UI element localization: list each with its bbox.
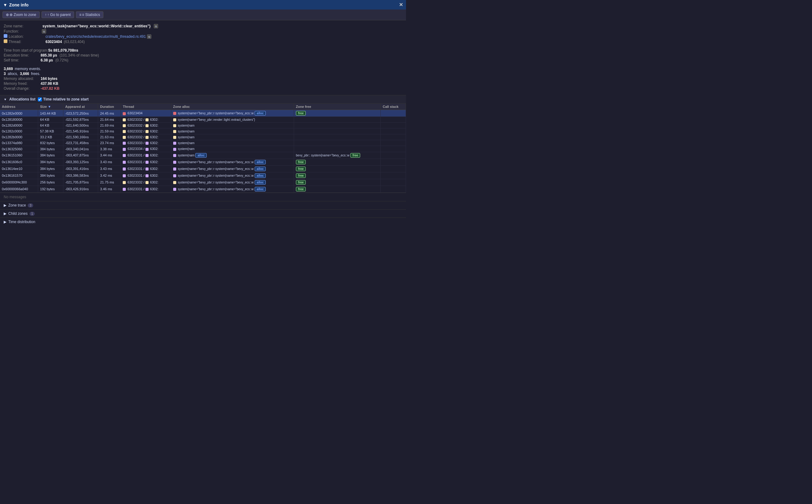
mem-alloc-value: 164 bytes: [41, 77, 57, 81]
cell-zone-alloc: system{nam: [171, 128, 294, 134]
col-zone-alloc[interactable]: Zone alloc: [171, 104, 294, 110]
thread-swatch: [123, 181, 126, 184]
cell-zone-free: free: [294, 179, 381, 186]
mem-freed-label: Memory freed:: [4, 81, 41, 86]
zone-alloc-swatch: [173, 142, 176, 145]
table-row[interactable]: 0x136325060 384 bytes -003,340,041ns 3.3…: [0, 146, 406, 152]
collapse-icon[interactable]: ▼: [4, 98, 7, 101]
table-row[interactable]: 0x60000066a280 192 bytes -003,416,583ns …: [0, 192, 406, 193]
col-address[interactable]: Address: [0, 104, 38, 110]
collapsible-section: ▶ Zone trace 3: [0, 201, 406, 209]
alloc-badge[interactable]: alloc: [255, 173, 266, 178]
table-row[interactable]: 0x128180000 64 KB -021,592,875ns 21.64 m…: [0, 117, 406, 123]
table-row[interactable]: 0x1282e0000 143.44 KB -023,572,250ns 24.…: [0, 110, 406, 117]
zone-alloc-swatch: [173, 118, 176, 121]
location-path[interactable]: crates/bevy_ecs/src/schedule/executor/mu…: [45, 34, 146, 39]
cell-appeared-at: -003,393,125ns: [63, 159, 98, 165]
title-bar-arrow: ▼: [3, 2, 7, 7]
cell-zone-alloc: system{name="bevy_pbr::r system{name="be…: [171, 186, 294, 192]
copy-location-button[interactable]: ⧉: [147, 34, 151, 39]
free-badge[interactable]: free: [296, 160, 306, 164]
col-duration[interactable]: Duration: [98, 104, 121, 110]
alloc-badge[interactable]: alloc: [255, 180, 266, 185]
table-row[interactable]: 0x1282c0000 57.38 KB -021,545,916ns 21.5…: [0, 128, 406, 134]
copy-function-button[interactable]: ⧉: [42, 29, 46, 33]
location-row: Location: crates/bevy_ecs/src/schedule/e…: [4, 34, 402, 39]
zone-alloc-swatch: [173, 154, 176, 157]
free-badge[interactable]: free: [350, 153, 360, 158]
cell-call-stack: [381, 159, 406, 165]
thread-swatch: [123, 136, 126, 139]
cell-address: 0x13374a980: [0, 140, 38, 146]
col-thread[interactable]: Thread: [121, 104, 171, 110]
table-row[interactable]: 0x13614ee10 384 bytes -003,391,416ns 3.4…: [0, 165, 406, 172]
statistics-button[interactable]: ≡ ≡ Statistics: [76, 11, 103, 18]
cell-zone-alloc: system{name="bevy_pbr::r system{name="be…: [171, 172, 294, 179]
table-row[interactable]: 0x600000f4c300 256 bytes -021,705,875ns …: [0, 179, 406, 186]
mem-alloc-label: Memory allocated:: [4, 77, 41, 81]
alloc-badge[interactable]: alloc: [255, 111, 266, 116]
table-row[interactable]: 0x136161570 384 bytes -003,386,583ns 3.4…: [0, 172, 406, 179]
cell-duration: 3.45 ms: [98, 192, 121, 193]
thread-swatch2: [145, 124, 148, 127]
collapsible-header[interactable]: ▶ Zone trace 3: [0, 201, 406, 209]
cell-zone-free: free: [294, 186, 381, 192]
zone-alloc-swatch: [173, 181, 176, 184]
cell-thread: 63023404: [121, 110, 171, 117]
time-start-row: Time from start of program: 5s 881,079,7…: [4, 48, 402, 53]
cell-thread: 63023331 / 6302:: [121, 152, 171, 159]
table-row[interactable]: 0x60000066a040 192 bytes -003,426,916ns …: [0, 186, 406, 192]
zone-alloc-swatch: [173, 124, 176, 127]
collapsible-header[interactable]: ▶ Time distribution: [0, 218, 406, 226]
cell-address: 0x1282d0000: [0, 123, 38, 128]
cell-size: 64 KB: [38, 123, 63, 128]
self-time-label: Self time:: [4, 58, 41, 62]
mem-freed-row: Memory freed: 437.98 KB: [4, 81, 402, 86]
free-badge[interactable]: free: [296, 173, 306, 178]
cell-address: 0x136161570: [0, 172, 38, 179]
copy-zone-name-button[interactable]: ⧉: [154, 24, 158, 28]
stats-icon: ≡: [79, 13, 81, 17]
alloc-badge[interactable]: alloc: [195, 153, 207, 158]
table-row[interactable]: 0x13374a980 832 bytes -023,731,458ns 23.…: [0, 140, 406, 146]
col-zone-free[interactable]: Zone free: [294, 104, 381, 110]
alloc-badge[interactable]: alloc: [255, 167, 266, 171]
cell-zone-free: [294, 117, 381, 123]
relative-time-checkbox[interactable]: [38, 97, 42, 101]
relative-time-checkbox-label[interactable]: Time relative to zone start: [38, 97, 89, 101]
free-badge[interactable]: free: [296, 187, 306, 191]
allocations-table-container[interactable]: Address Size ▼ Appeared at Duration Thre…: [0, 104, 406, 193]
free-badge[interactable]: free: [296, 111, 306, 116]
cell-address: 0x136151060: [0, 152, 38, 159]
thread-swatch2: [145, 188, 148, 191]
cell-address: 0x1361606c0: [0, 159, 38, 165]
free-badge[interactable]: free: [296, 180, 306, 185]
cell-zone-free: bevy_pbr:: system{name="bevy_ecs::w free: [294, 152, 381, 159]
function-row: Function: ⧉: [4, 29, 402, 33]
table-row[interactable]: 0x136151060 384 bytes -003,407,875ns 3.4…: [0, 152, 406, 159]
go-to-parent-button[interactable]: ↑ ↑ Go to parent: [41, 11, 74, 18]
cell-thread: 63023332 / 6302:: [121, 134, 171, 140]
self-time-value: 6.38 µs: [41, 58, 53, 62]
zoom-to-zone-button[interactable]: ⊕ ⊕ Zoom to zone: [2, 11, 40, 18]
col-call-stack[interactable]: Call stack: [381, 104, 406, 110]
cell-size: 192 bytes: [38, 186, 63, 192]
cell-size: 192 bytes: [38, 192, 63, 193]
overall-change-value: -437.82 KB: [41, 86, 59, 91]
cell-call-stack: [381, 140, 406, 146]
cell-call-stack: [381, 186, 406, 192]
col-size[interactable]: Size ▼: [38, 104, 63, 110]
table-row[interactable]: 0x1282d0000 64 KB -021,640,500ns 21.69 m…: [0, 123, 406, 128]
table-row[interactable]: 0x1282b0000 33.2 KB -021,590,166ns 21.63…: [0, 134, 406, 140]
cell-size: 384 bytes: [38, 159, 63, 165]
cell-address: 0x60000066a040: [0, 186, 38, 192]
col-appeared-at[interactable]: Appeared at: [63, 104, 98, 110]
close-button[interactable]: ✕: [399, 2, 403, 8]
no-messages: No messages: [0, 193, 406, 201]
cell-zone-alloc: system{name="bevy_pbr::r system{name="be…: [171, 110, 294, 117]
collapsible-header[interactable]: ▶ Child zones 1: [0, 210, 406, 218]
free-badge[interactable]: free: [296, 167, 306, 171]
alloc-badge[interactable]: alloc: [255, 187, 266, 191]
table-row[interactable]: 0x1361606c0 384 bytes -003,393,125ns 3.4…: [0, 159, 406, 165]
alloc-badge[interactable]: alloc: [255, 160, 266, 164]
